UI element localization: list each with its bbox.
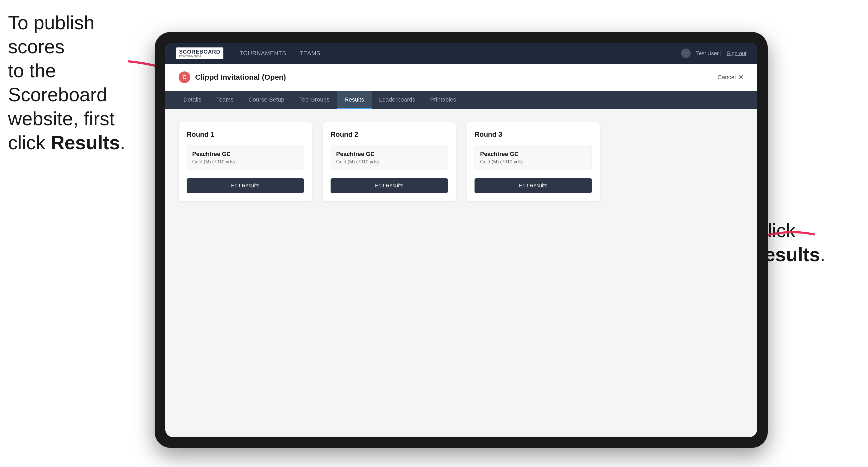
round-1-title: Round 1 [187,130,304,138]
subnav-details[interactable]: Details [176,91,209,109]
logo-scoreboard: SCOREBOARD [179,49,220,54]
nav-tournaments[interactable]: TOURNAMENTS [239,50,286,57]
nav-signout[interactable]: Sign out [727,51,746,57]
round-3-course-name: Peachtree GC [480,151,586,158]
round-2-title: Round 2 [331,130,448,138]
round-1-course-name: Peachtree GC [192,151,298,158]
round-2-card: Round 2 Peachtree GC Gold (M) (7010 yds)… [322,122,456,201]
round-3-title: Round 3 [474,130,592,138]
user-avatar: T [681,49,691,58]
sub-navbar: Details Teams Course Setup Tee Groups Re… [165,91,757,109]
round-3-edit-results-button[interactable]: Edit Results [474,178,592,193]
subnav-course-setup[interactable]: Course Setup [241,91,292,109]
round-2-course-details: Gold (M) (7010 yds) [336,159,442,165]
nav-right: T Test User | Sign out [681,49,746,58]
logo-powered: Powered by clippd [179,55,220,58]
round-1-course-card: Peachtree GC Gold (M) (7010 yds) [187,145,304,170]
rounds-grid: Round 1 Peachtree GC Gold (M) (7010 yds)… [179,122,744,201]
round-1-course-details: Gold (M) (7010 yds) [192,159,298,165]
subnav-tee-groups[interactable]: Tee Groups [292,91,337,109]
round-2-course-name: Peachtree GC [336,151,442,158]
nav-links: TOURNAMENTS TEAMS [239,50,681,57]
cancel-button[interactable]: Cancel ✕ [718,73,744,82]
tournament-title: Clippd Invitational (Open) [195,73,286,82]
instruction-text-1: To publish scores to the Scoreboard webs… [8,11,155,155]
round-3-course-card: Peachtree GC Gold (M) (7010 yds) [474,145,592,170]
subnav-results[interactable]: Results [337,91,371,109]
logo-area: SCOREBOARD Powered by clippd [176,48,223,59]
subnav-printables[interactable]: Printables [423,91,464,109]
empty-column [611,122,744,201]
round-1-edit-results-button[interactable]: Edit Results [187,178,304,193]
nav-user-label: Test User | [696,51,721,57]
top-navbar: SCOREBOARD Powered by clippd TOURNAMENTS… [165,43,757,64]
main-content: Round 1 Peachtree GC Gold (M) (7010 yds)… [165,109,757,437]
nav-teams[interactable]: TEAMS [299,50,320,57]
subnav-leaderboards[interactable]: Leaderboards [372,91,423,109]
round-3-card: Round 3 Peachtree GC Gold (M) (7010 yds)… [467,122,600,201]
tournament-title-area: C Clippd Invitational (Open) [179,71,286,83]
round-2-edit-results-button[interactable]: Edit Results [331,178,448,193]
subnav-teams[interactable]: Teams [209,91,241,109]
tournament-header: C Clippd Invitational (Open) Cancel ✕ [165,64,757,91]
round-2-course-card: Peachtree GC Gold (M) (7010 yds) [331,145,448,170]
round-1-card: Round 1 Peachtree GC Gold (M) (7010 yds)… [179,122,312,201]
tablet-device: SCOREBOARD Powered by clippd TOURNAMENTS… [155,32,768,448]
logo-box: SCOREBOARD Powered by clippd [176,48,223,59]
tablet-screen: SCOREBOARD Powered by clippd TOURNAMENTS… [165,43,757,437]
round-3-course-details: Gold (M) (7010 yds) [480,159,586,165]
tournament-icon: C [179,71,190,83]
